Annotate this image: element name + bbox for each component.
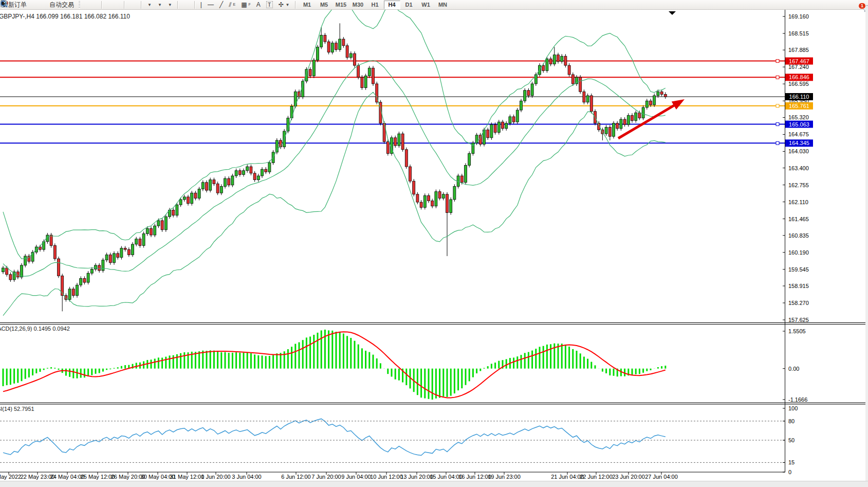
time-tick-label: 31 May 12:00 xyxy=(170,474,205,480)
rsi-line xyxy=(3,419,666,455)
price-tick-label: 164.675 xyxy=(788,131,809,137)
time-tick-label: 21 Jun 04:00 xyxy=(551,474,584,480)
macd-label: MACD(12,26,9) 0.1495 0.0942 xyxy=(0,326,70,332)
time-tick-label: 27 Jun 04:00 xyxy=(645,474,678,480)
time-tick-label: 13 Jun 20:00 xyxy=(400,474,433,480)
level-line-handle[interactable] xyxy=(776,123,779,126)
macd-layer xyxy=(3,330,666,400)
trend-arrow-head[interactable] xyxy=(672,99,685,110)
macd-tick-label: 0.00 xyxy=(788,366,799,372)
price-tick-label: 169.160 xyxy=(788,13,809,20)
level-line-handle[interactable] xyxy=(776,60,779,63)
time-tick-label: May 2022 xyxy=(0,474,21,480)
rsi-tick-label: 50 xyxy=(788,437,795,443)
time-tick-label: 22 May 23:00 xyxy=(21,474,55,480)
level-price-tag-text: 167.467 xyxy=(789,58,809,64)
price-tick-label: 160.190 xyxy=(788,249,809,256)
chart-canvas[interactable]: 169.160168.515167.885167.240166.595165.9… xyxy=(0,0,868,487)
level-price-tag-text: 165.761 xyxy=(789,103,809,109)
price-tick-label: 164.030 xyxy=(788,148,809,154)
price-tick-label: 166.595 xyxy=(788,81,809,87)
price-tick-label: 167.240 xyxy=(788,64,809,70)
rsi-tick-label: 80 xyxy=(788,418,795,424)
price-tick-label: 167.885 xyxy=(788,47,809,53)
rsi-label: RSI(14) 52.7951 xyxy=(0,406,34,412)
time-tick-label: 15 Jun 04:00 xyxy=(430,474,463,480)
level-line-handle[interactable] xyxy=(776,76,779,79)
bollinger-upper-band xyxy=(3,4,666,259)
level-price-tag-text: 166.110 xyxy=(789,94,809,100)
chart-shift-marker[interactable] xyxy=(669,11,676,15)
macd-tick-label: 1.5505 xyxy=(788,328,806,334)
level-line-handle[interactable] xyxy=(776,141,779,145)
price-tick-label: 160.835 xyxy=(788,232,809,239)
macd-tick-label: -1.1666 xyxy=(788,396,807,403)
level-price-tag-text: 164.345 xyxy=(789,140,809,146)
time-tick-label: 7 Jun 20:00 xyxy=(311,474,341,480)
price-tick-label: 163.400 xyxy=(788,165,809,171)
time-tick-label: 9 Jun 04:00 xyxy=(341,474,371,480)
rsi-tick-label: 100 xyxy=(788,405,798,411)
symbol-ohlc-label: GBPJPY-,H4 166.099 166.181 166.082 166.1… xyxy=(0,13,130,20)
time-tick-label: 6 Jun 12:00 xyxy=(281,474,311,480)
price-tick-label: 168.515 xyxy=(788,30,809,37)
time-tick-label: 10 Jun 12:00 xyxy=(370,474,403,480)
level-price-tag-text: 166.846 xyxy=(789,74,809,80)
time-tick-label: 23 Jun 20:00 xyxy=(612,474,645,480)
main-chart-layer xyxy=(0,4,785,315)
price-tick-label: 162.110 xyxy=(788,199,808,205)
price-tick-label: 157.625 xyxy=(788,317,809,323)
bollinger-lower-band xyxy=(3,92,666,315)
rsi-tick-label: 0 xyxy=(788,469,791,475)
rsi-layer xyxy=(3,419,666,455)
rsi-tick-label: 15 xyxy=(788,459,795,465)
level-price-tag-text: 165.063 xyxy=(789,121,809,128)
price-tick-label: 159.545 xyxy=(788,266,809,273)
price-tick-label: 165.320 xyxy=(788,114,809,120)
time-tick-label: 26 May 20:00 xyxy=(111,474,145,480)
time-tick-label: 22 Jun 12:00 xyxy=(580,474,613,480)
time-tick-label: 25 May 12:00 xyxy=(81,474,115,480)
status-bar xyxy=(0,481,868,487)
mt4-window: 新订单 自动交易 xyxy=(0,0,868,487)
price-tick-label: 161.465 xyxy=(788,216,809,222)
bollinger-middle-band xyxy=(3,61,666,277)
time-tick-label: 24 May 04:00 xyxy=(50,474,85,480)
price-tick-label: 158.915 xyxy=(788,283,809,289)
level-line-handle[interactable] xyxy=(776,104,779,107)
time-tick-label: 1 Jun 20:00 xyxy=(201,474,231,480)
time-tick-label: 16 Jun 12:00 xyxy=(458,474,491,480)
price-tick-label: 158.270 xyxy=(788,300,809,306)
price-tick-label: 162.755 xyxy=(788,182,809,188)
time-tick-label: 3 Jun 04:00 xyxy=(232,474,262,480)
window-edge xyxy=(865,10,868,481)
time-tick-label: 19 Jun 23:00 xyxy=(488,474,521,480)
